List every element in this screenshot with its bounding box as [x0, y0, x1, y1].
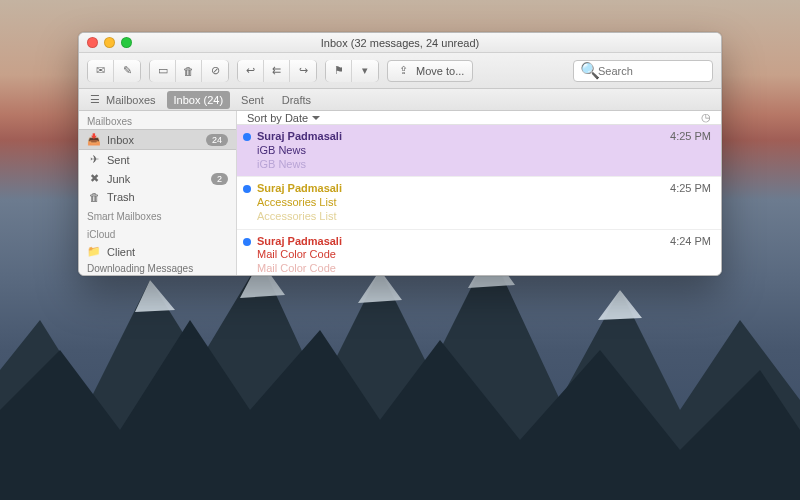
- unread-dot-icon: [243, 133, 251, 141]
- favorites-sent-label: Sent: [241, 94, 264, 106]
- get-mail-button[interactable]: ✉: [88, 60, 114, 82]
- toolbar-group-reply: ↩ ⇇ ↪: [237, 60, 317, 82]
- favorites-drafts-label: Drafts: [282, 94, 311, 106]
- sidebar-badge: 24: [206, 134, 228, 146]
- flag-menu-button[interactable]: ▾: [352, 60, 378, 82]
- favorites-sent[interactable]: Sent: [232, 89, 273, 110]
- favorites-inbox-label: Inbox (24): [174, 94, 224, 106]
- move-to-button[interactable]: ⇪ Move to...: [387, 60, 473, 82]
- envelope-icon: ✉: [94, 64, 108, 77]
- flag-button[interactable]: ⚑: [326, 60, 352, 82]
- message-row[interactable]: Suraj Padmasali Mail Color Code Mail Col…: [237, 230, 721, 277]
- zoom-button[interactable]: [121, 37, 132, 48]
- message-time: 4:25 PM: [670, 130, 711, 171]
- favorites-mailboxes[interactable]: ☰Mailboxes: [79, 89, 165, 110]
- message-time: 4:25 PM: [670, 182, 711, 223]
- reply-button[interactable]: ↩: [238, 60, 264, 82]
- message-subject: Mail Color Code: [257, 248, 656, 262]
- message-from: Suraj Padmasali: [257, 182, 656, 196]
- message-preview: Accessories List: [257, 210, 656, 224]
- message-time: 4:24 PM: [670, 235, 711, 276]
- sidebar-item-label: Client: [107, 246, 135, 258]
- sidebar-heading-mailboxes: Mailboxes: [79, 111, 236, 129]
- sidebar-status-subtitle: 6 new messages: [79, 274, 236, 275]
- inbox-icon: 📥: [87, 133, 101, 146]
- sidebar-item-label: Sent: [107, 154, 130, 166]
- forward-icon: ↪: [296, 64, 310, 77]
- junk-icon: ⊘: [208, 64, 222, 77]
- junk-button[interactable]: ⊘: [202, 60, 228, 82]
- message-content: Suraj Padmasali Mail Color Code Mail Col…: [257, 235, 656, 276]
- search-field[interactable]: 🔍: [573, 60, 713, 82]
- window-traffic-lights: [87, 37, 132, 48]
- message-from: Suraj Padmasali: [257, 130, 656, 144]
- message-preview: iGB News: [257, 158, 656, 172]
- toolbar-group-left: ✉ ✎: [87, 60, 141, 82]
- sidebar-item-trash[interactable]: 🗑 Trash: [79, 188, 236, 206]
- minimize-button[interactable]: [104, 37, 115, 48]
- favorites-bar: ☰Mailboxes Inbox (24) Sent Drafts: [79, 89, 721, 111]
- search-input[interactable]: [598, 65, 706, 77]
- sidebar-status-title: Downloading Messages: [79, 261, 236, 274]
- mail-window: Inbox (32 messages, 24 unread) ✉ ✎ ▭ 🗑 ⊘…: [78, 32, 722, 276]
- message-from: Suraj Padmasali: [257, 235, 656, 249]
- sidebar-heading-icloud: iCloud: [79, 224, 236, 242]
- sidebar-badge: 2: [211, 173, 228, 185]
- clock-icon[interactable]: ◷: [701, 111, 711, 124]
- message-row[interactable]: Suraj Padmasali iGB News iGB News 4:25 P…: [237, 125, 721, 177]
- message-subject: Accessories List: [257, 196, 656, 210]
- reply-all-icon: ⇇: [270, 64, 284, 77]
- favorites-inbox[interactable]: Inbox (24): [167, 91, 231, 109]
- archive-button[interactable]: ▭: [150, 60, 176, 82]
- trash-icon: 🗑: [182, 65, 196, 77]
- sidebar-item-inbox[interactable]: 📥 Inbox 24: [79, 129, 236, 150]
- compose-icon: ✎: [120, 64, 134, 77]
- search-icon: 🔍: [580, 61, 594, 80]
- trash-folder-icon: 🗑: [87, 191, 101, 203]
- unread-dot-icon: [243, 238, 251, 246]
- chevron-down-icon: ▾: [358, 64, 372, 77]
- flag-icon: ⚑: [332, 64, 346, 77]
- message-subject: iGB News: [257, 144, 656, 158]
- toolbar-group-archive: ▭ 🗑 ⊘: [149, 60, 229, 82]
- window-titlebar[interactable]: Inbox (32 messages, 24 unread): [79, 33, 721, 53]
- window-body: Mailboxes 📥 Inbox 24 ✈ Sent ✖ Junk 2 🗑 T…: [79, 111, 721, 275]
- close-button[interactable]: [87, 37, 98, 48]
- compose-button[interactable]: ✎: [114, 60, 140, 82]
- message-list: Sort by Date ◷ Suraj Padmasali iGB News …: [237, 111, 721, 275]
- folder-move-icon: ⇪: [396, 64, 410, 77]
- unread-dot-icon: [243, 185, 251, 193]
- sidebar-item-junk[interactable]: ✖ Junk 2: [79, 169, 236, 188]
- delete-button[interactable]: 🗑: [176, 60, 202, 82]
- sidebar-item-client[interactable]: 📁 Client: [79, 242, 236, 261]
- sort-header[interactable]: Sort by Date ◷: [237, 111, 721, 125]
- message-content: Suraj Padmasali Accessories List Accesso…: [257, 182, 656, 223]
- message-preview: Mail Color Code: [257, 262, 656, 276]
- sidebar: Mailboxes 📥 Inbox 24 ✈ Sent ✖ Junk 2 🗑 T…: [79, 111, 237, 275]
- forward-button[interactable]: ↪: [290, 60, 316, 82]
- sort-label: Sort by Date: [247, 112, 320, 124]
- reply-icon: ↩: [244, 64, 258, 77]
- sidebar-heading-smart: Smart Mailboxes: [79, 206, 236, 224]
- favorites-mailboxes-label: Mailboxes: [106, 94, 156, 106]
- mailboxes-icon: ☰: [88, 93, 102, 106]
- folder-icon: 📁: [87, 245, 101, 258]
- toolbar-group-flag: ⚑ ▾: [325, 60, 379, 82]
- window-title: Inbox (32 messages, 24 unread): [321, 37, 479, 49]
- favorites-drafts[interactable]: Drafts: [273, 89, 320, 110]
- toolbar: ✉ ✎ ▭ 🗑 ⊘ ↩ ⇇ ↪ ⚑ ▾ ⇪ Move to... 🔍: [79, 53, 721, 89]
- sidebar-item-label: Junk: [107, 173, 130, 185]
- junk-folder-icon: ✖: [87, 172, 101, 185]
- sidebar-item-label: Trash: [107, 191, 135, 203]
- sidebar-item-label: Inbox: [107, 134, 134, 146]
- archive-icon: ▭: [156, 64, 170, 77]
- sent-icon: ✈: [87, 153, 101, 166]
- message-row[interactable]: Suraj Padmasali Accessories List Accesso…: [237, 177, 721, 229]
- sidebar-item-sent[interactable]: ✈ Sent: [79, 150, 236, 169]
- reply-all-button[interactable]: ⇇: [264, 60, 290, 82]
- message-content: Suraj Padmasali iGB News iGB News: [257, 130, 656, 171]
- move-to-label: Move to...: [416, 65, 464, 77]
